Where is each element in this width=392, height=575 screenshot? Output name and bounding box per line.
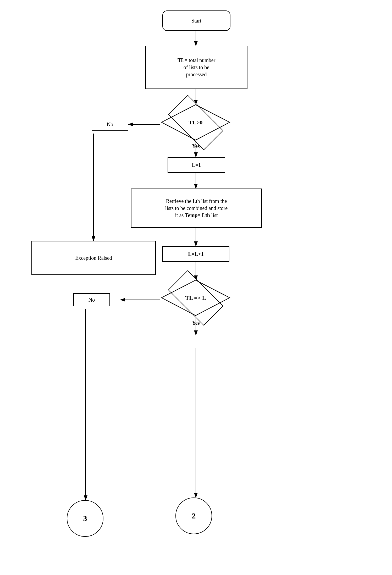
yes-text-1: Yes [189,141,203,152]
tl-l-decision-node: TL => L [160,279,231,317]
exception-node: Exception Raised [31,241,156,275]
l-assign-node: L=1 [168,157,225,173]
no-box-1: No [92,118,128,131]
l-increment-label: L=L+1 [185,248,207,260]
tl-decision-inner: TL>0 [160,103,231,141]
start-node: Start [162,10,230,31]
no-label-2: No [85,294,98,306]
tl-decision-node: TL>0 [160,103,231,141]
no-box-2: No [73,293,110,306]
l-assign-label: L=1 [189,159,204,171]
tl-l-decision-inner: TL => L [160,279,231,317]
l-increment-node: L=L+1 [162,246,229,262]
yes-label-2: Yes [183,319,208,327]
circle-3-node: 3 [67,500,103,537]
tl-l-decision-label: TL => L [185,295,206,301]
yes-text-2: Yes [189,317,203,329]
start-label: Start [188,15,205,26]
flowchart-container: Start TL= total numberof lists to beproc… [0,0,392,575]
yes-label-1: Yes [183,142,208,150]
no-label-1: No [104,119,116,130]
circle-2-label: 2 [189,508,199,523]
retrieve-label: Retrieve the Lth list from thelists to b… [162,196,231,221]
exception-label: Exception Raised [72,252,115,264]
tl-decision-label: TL>0 [189,119,203,126]
tl-assign-label: TL= total numberof lists to beprocessed [174,55,219,80]
retrieve-node: Retrieve the Lth list from thelists to b… [131,189,262,228]
circle-2-node: 2 [175,497,212,534]
tl-assign-node: TL= total numberof lists to beprocessed [145,46,247,89]
circle-3-label: 3 [80,511,90,526]
